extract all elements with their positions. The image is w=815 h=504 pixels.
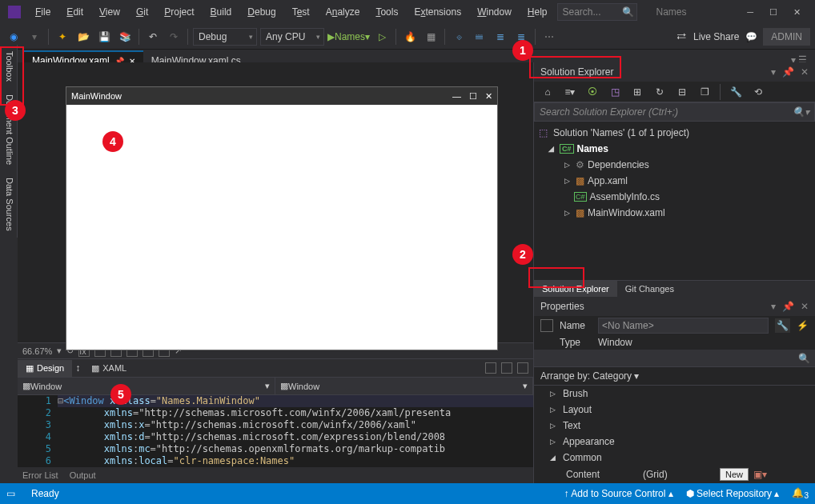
- wrench-icon[interactable]: 🔧: [775, 318, 790, 333]
- swap-panes-icon[interactable]: ↕: [72, 362, 83, 374]
- menu-search-input[interactable]: Search... 🔍: [557, 3, 637, 21]
- platform-dropdown[interactable]: Any CPU: [260, 28, 324, 46]
- new-button[interactable]: New: [720, 468, 749, 481]
- maximize-button[interactable]: ☐: [769, 7, 777, 18]
- tree-app-xaml[interactable]: ▷▩App.xaml: [539, 173, 810, 189]
- arrange-by[interactable]: Arrange by: Category ▾: [534, 367, 815, 386]
- tab-design[interactable]: ▦ Design: [18, 360, 72, 377]
- panel-pin-icon[interactable]: 📌: [782, 301, 794, 312]
- sln-preview-icon[interactable]: ⟲: [749, 83, 767, 101]
- sln-collapse-icon[interactable]: ⊟: [673, 83, 691, 101]
- cat-common[interactable]: ◢Common: [534, 450, 815, 466]
- tree-mainwindow-xaml[interactable]: ▷▩MainWindow.xaml: [539, 205, 810, 221]
- select-repository[interactable]: ⬢ Select Repository ▴: [686, 488, 780, 499]
- prop-search[interactable]: 🔍: [534, 350, 815, 367]
- menu-window[interactable]: Window: [471, 3, 518, 21]
- start-nodebug-button[interactable]: ▷: [373, 28, 391, 46]
- sln-copy-icon[interactable]: ❐: [696, 83, 713, 101]
- sln-showall-icon[interactable]: ⊞: [628, 83, 646, 101]
- minimize-button[interactable]: ─: [747, 7, 753, 18]
- sln-sync-icon[interactable]: ◳: [606, 83, 624, 101]
- liveshare-label[interactable]: Live Share: [693, 31, 739, 42]
- tree-dependencies[interactable]: ▷⚙Dependencies: [539, 157, 810, 173]
- split-v-icon[interactable]: [501, 362, 512, 374]
- menu-debug[interactable]: Debug: [241, 3, 282, 21]
- menu-project[interactable]: Project: [158, 3, 200, 21]
- menu-edit[interactable]: Edit: [60, 3, 90, 21]
- menu-build[interactable]: Build: [204, 3, 239, 21]
- close-button[interactable]: ✕: [793, 7, 801, 18]
- tab-output[interactable]: Output: [70, 470, 96, 480]
- tb-btn-6[interactable]: ⋯: [540, 28, 558, 46]
- hot-reload-icon[interactable]: 🔥: [401, 28, 419, 46]
- zoom-level[interactable]: 66.67%: [22, 346, 52, 356]
- admin-badge: ADMIN: [763, 28, 810, 46]
- add-source-control[interactable]: ↑ Add to Source Control ▴: [564, 488, 673, 499]
- side-tab-data-sources[interactable]: Data Sources: [0, 171, 18, 238]
- solution-search-input[interactable]: Search Solution Explorer (Ctrl+;) 🔍▾: [534, 102, 815, 122]
- project-node[interactable]: ◢C#Names: [539, 141, 810, 157]
- events-icon[interactable]: ⚡: [797, 320, 809, 331]
- callout-3: 3: [5, 100, 26, 121]
- menu-view[interactable]: View: [93, 3, 126, 21]
- menu-extensions[interactable]: Extensions: [408, 3, 468, 21]
- tb-btn-4[interactable]: ≣: [492, 28, 509, 46]
- menu-tools[interactable]: Tools: [369, 3, 404, 21]
- btab-git-changes[interactable]: Git Changes: [617, 281, 682, 297]
- reset-icon[interactable]: ▣▾: [753, 469, 767, 480]
- cat-brush[interactable]: ▷Brush: [534, 386, 815, 402]
- config-dropdown[interactable]: Debug: [193, 28, 257, 46]
- panel-dropdown-icon[interactable]: ▾: [771, 66, 776, 78]
- tb-btn-2[interactable]: ⟐: [450, 28, 468, 46]
- designer-canvas[interactable]: MainWindow — ☐ ✕: [18, 62, 533, 342]
- nav-fwd-icon[interactable]: ▾: [26, 28, 43, 46]
- save-all-icon[interactable]: 📚: [116, 28, 134, 46]
- feedback-icon[interactable]: 💬: [742, 28, 760, 46]
- new-item-icon[interactable]: ✦: [54, 28, 71, 46]
- panel-dropdown-icon[interactable]: ▾: [771, 301, 776, 312]
- tb-btn-3[interactable]: ⩸: [471, 28, 488, 46]
- menu-test[interactable]: Test: [286, 3, 316, 21]
- split-h-icon[interactable]: [485, 362, 496, 374]
- sln-properties-icon[interactable]: 🔧: [727, 83, 745, 101]
- nav-back-icon[interactable]: ◉: [5, 28, 22, 46]
- panel-close-icon[interactable]: ✕: [801, 301, 809, 312]
- xaml-nav-dropdowns: ▩ Window▾ ▩ Window▾: [18, 378, 533, 395]
- start-debug-button[interactable]: ▶ Names ▾: [327, 28, 370, 46]
- tb-btn-1[interactable]: ▦: [422, 28, 440, 46]
- cat-appearance[interactable]: ▷Appearance: [534, 434, 815, 450]
- xaml-member-dropdown[interactable]: ▩ Window▾: [275, 378, 533, 394]
- open-icon[interactable]: 📂: [74, 28, 92, 46]
- save-icon[interactable]: 💾: [95, 28, 113, 46]
- sln-refresh-icon[interactable]: ↻: [651, 83, 668, 101]
- callout-box-3: [0, 46, 24, 106]
- menu-analyze[interactable]: Analyze: [319, 3, 367, 21]
- element-icon: [540, 319, 553, 332]
- panel-close-icon[interactable]: ✕: [801, 66, 809, 78]
- collapse-icon[interactable]: [517, 362, 528, 374]
- preview-window[interactable]: MainWindow — ☐ ✕: [66, 86, 498, 350]
- notifications-icon[interactable]: 🔔3: [792, 487, 809, 500]
- xaml-class-dropdown[interactable]: ▩ Window▾: [18, 378, 275, 394]
- undo-icon[interactable]: ↶: [144, 28, 162, 46]
- menu-file[interactable]: File: [29, 3, 57, 21]
- cat-layout[interactable]: ▷Layout: [534, 402, 815, 418]
- prop-name-input[interactable]: <No Name>: [598, 318, 769, 334]
- sln-home-icon[interactable]: ⌂: [539, 83, 556, 101]
- cat-text[interactable]: ▷Text: [534, 418, 815, 434]
- prop-content: Content (Grid) New ▣▾: [534, 466, 815, 483]
- panel-pin-icon[interactable]: 📌: [782, 66, 794, 78]
- menu-git[interactable]: Git: [130, 3, 155, 21]
- sln-pending-icon[interactable]: ⦿: [584, 83, 601, 101]
- solution-node[interactable]: ⬚Solution 'Names' (1 of 1 project): [539, 125, 810, 141]
- tab-error-list[interactable]: Error List: [22, 470, 58, 480]
- liveshare-icon[interactable]: ⮂: [672, 28, 690, 46]
- tree-assemblyinfo[interactable]: C#AssemblyInfo.cs: [539, 189, 810, 205]
- search-icon: 🔍▾: [793, 106, 809, 118]
- xaml-code-editor[interactable]: 1 2 3 4 5 6 ⊟<Window x:Class="Names.Main…: [18, 395, 533, 467]
- redo-icon[interactable]: ↷: [165, 28, 183, 46]
- tab-xaml[interactable]: ▩ XAML: [83, 360, 134, 377]
- bottom-tool-tabs: Error List Output: [18, 467, 533, 483]
- menu-help[interactable]: Help: [521, 3, 554, 21]
- sln-views-icon[interactable]: ≡▾: [561, 83, 579, 101]
